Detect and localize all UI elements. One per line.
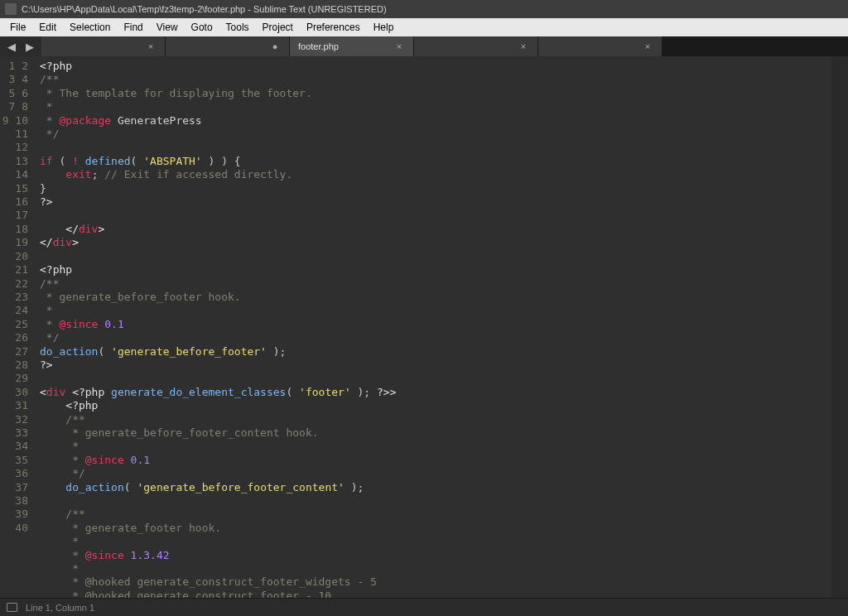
tab-2[interactable]: ●: [166, 36, 290, 56]
menu-project[interactable]: Project: [256, 19, 300, 36]
app-icon: [5, 3, 17, 15]
tab-1[interactable]: ×: [41, 36, 166, 56]
menu-tools[interactable]: Tools: [219, 19, 256, 36]
menu-goto[interactable]: Goto: [185, 19, 219, 36]
code-view[interactable]: <?php /** * The template for displaying …: [36, 56, 831, 598]
minimap[interactable]: [831, 56, 848, 598]
menu-help[interactable]: Help: [367, 19, 401, 36]
nav-arrows: ◀ ▶: [0, 36, 41, 56]
tab-footer-php[interactable]: footer.php ×: [290, 36, 414, 56]
panel-icon[interactable]: [7, 603, 17, 612]
menu-edit[interactable]: Edit: [32, 19, 63, 36]
titlebar: C:\Users\HP\AppData\Local\Temp\fz3temp-2…: [0, 0, 848, 18]
nav-back-icon[interactable]: ◀: [4, 41, 19, 53]
close-icon[interactable]: ×: [393, 41, 405, 51]
close-icon[interactable]: ×: [145, 41, 157, 51]
nav-forward-icon[interactable]: ▶: [22, 41, 37, 53]
menubar: File Edit Selection Find View Goto Tools…: [0, 18, 848, 36]
tab-label: footer.php: [298, 41, 388, 51]
close-icon[interactable]: ×: [642, 41, 653, 51]
tabs: × ● footer.php × × ×: [41, 36, 848, 56]
menu-file[interactable]: File: [3, 19, 32, 36]
menu-selection[interactable]: Selection: [63, 19, 117, 36]
close-icon[interactable]: ×: [518, 41, 529, 51]
dirty-indicator-icon[interactable]: ●: [269, 41, 281, 51]
cursor-position: Line 1, Column 1: [26, 603, 94, 613]
menu-view[interactable]: View: [150, 19, 185, 36]
statusbar: Line 1, Column 1: [0, 598, 848, 616]
tab-5[interactable]: ×: [538, 36, 662, 56]
menu-preferences[interactable]: Preferences: [300, 19, 367, 36]
tab-4[interactable]: ×: [414, 36, 538, 56]
tab-row: ◀ ▶ × ● footer.php × × ×: [0, 36, 848, 56]
editor-area[interactable]: 1 2 3 4 5 6 7 8 9 10 11 12 13 14 15 16 1…: [0, 56, 848, 598]
window-title: C:\Users\HP\AppData\Local\Temp\fz3temp-2…: [22, 4, 387, 14]
menu-find[interactable]: Find: [117, 19, 149, 36]
line-gutter: 1 2 3 4 5 6 7 8 9 10 11 12 13 14 15 16 1…: [0, 56, 36, 598]
